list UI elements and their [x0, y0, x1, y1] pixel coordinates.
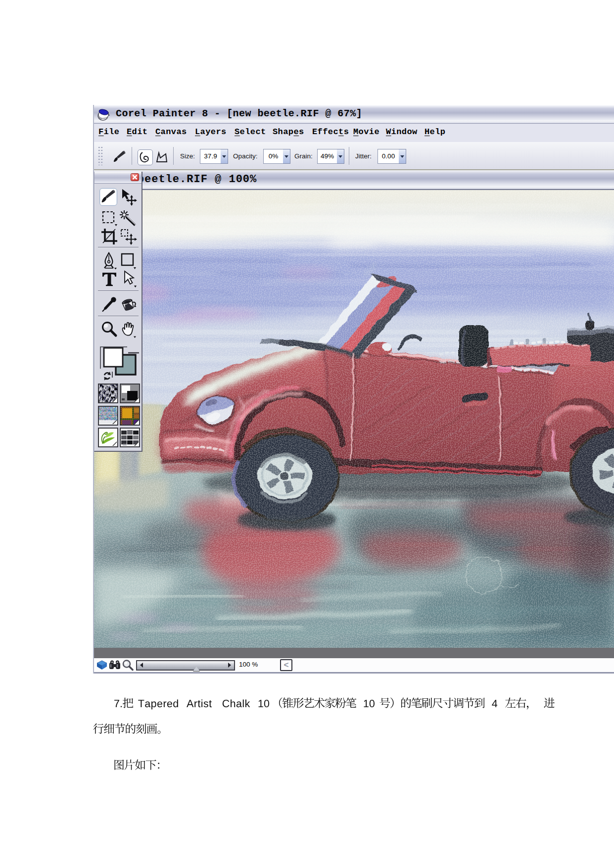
app-titlebar[interactable]: Corel Painter 8 - [new beetle.RIF @ 67%] [93, 105, 614, 124]
drawing-mode-icon[interactable] [96, 660, 108, 672]
toolbox-separator [98, 316, 139, 316]
zoom-slider-left-arrow[interactable] [138, 663, 143, 668]
menu-edit[interactable]: Edit [127, 127, 147, 137]
canvas-workspace-gap [94, 648, 614, 658]
opacity-input[interactable]: 0% [263, 149, 283, 164]
menu-file[interactable]: File [98, 127, 119, 137]
pattern-selector[interactable] [98, 406, 118, 426]
zoom-tool-icon[interactable] [122, 659, 134, 673]
nozzle-selector[interactable] [98, 428, 118, 447]
swatch-corner-fold [135, 442, 139, 446]
beetle-chalk-painting [94, 190, 614, 648]
menu-canvas[interactable]: Canvas [155, 127, 187, 137]
size-dropdown-button[interactable] [221, 149, 228, 164]
caption-line [115, 760, 160, 770]
swatch-corner-fold [135, 398, 139, 402]
grain-label: Grain: [294, 152, 313, 160]
paragraph-line2 [93, 723, 160, 734]
toolbar-grip-handle[interactable] [98, 146, 103, 165]
paragraph-line1 [114, 698, 555, 710]
jitter-dropdown-button[interactable] [399, 149, 406, 164]
menu-effects[interactable]: Effects [312, 127, 349, 137]
jitter-input[interactable]: 0.00 [378, 149, 399, 164]
tool-rectangular-shape[interactable] [119, 252, 137, 270]
toolbar-separator [173, 147, 174, 165]
menu-layers[interactable]: Layers [195, 127, 227, 137]
toolbox-separator [98, 247, 139, 247]
size-input[interactable]: 37.9 [200, 149, 221, 164]
straight-line-strokes-button[interactable] [154, 151, 169, 167]
opacity-label: Opacity: [233, 152, 258, 160]
tool-crop[interactable] [100, 228, 118, 245]
primary-color-swatch [104, 348, 123, 367]
paper-selector[interactable] [98, 384, 118, 403]
swatch-corner-fold [113, 398, 117, 402]
tool-magnifier[interactable] [100, 321, 118, 338]
property-bar: Size: 37.9 Opacity: 0% Grain: 49% Jitter… [93, 142, 614, 170]
zoom-slider-thumb[interactable] [193, 663, 200, 671]
menubar: FileEditCanvasLayersSelectShapesEffectsM… [93, 124, 614, 142]
zoom-readout: 100 % [239, 661, 258, 668]
tool-rectangular-selection[interactable] [100, 209, 118, 227]
weave-selector[interactable] [120, 406, 140, 426]
swatch-corner-fold [113, 442, 117, 446]
zoom-slider-right-arrow[interactable] [228, 663, 234, 668]
jitter-label: Jitter: [355, 152, 372, 160]
document-titlebar[interactable]: new beetle.RIF @ 100% [93, 170, 614, 190]
toolbar-separator [132, 147, 132, 165]
painter-app-window: Corel Painter 8 - [new beetle.RIF @ 67%]… [93, 105, 614, 674]
tool-magic-wand[interactable] [119, 209, 137, 227]
tool-selection-adjuster[interactable] [119, 228, 137, 245]
scroll-left-button[interactable]: < [280, 659, 292, 671]
menu-shapes[interactable]: Shapes [273, 127, 304, 137]
size-label: Size: [180, 152, 195, 160]
document-page: { "window": { "title": "Corel Painter 8 … [0, 0, 614, 868]
menu-select[interactable]: Select [235, 127, 266, 137]
toolbox-palette [94, 172, 142, 452]
toolbox-separator [98, 290, 139, 291]
document-text [69, 690, 569, 784]
menu-window[interactable]: Window [386, 127, 418, 137]
tool-brush[interactable] [99, 188, 117, 206]
painter-app-icon [96, 107, 111, 122]
tool-dropper[interactable] [100, 295, 118, 313]
grain-input[interactable]: 49% [317, 149, 337, 164]
current-tool-brush-icon [112, 150, 126, 165]
tool-pen[interactable] [100, 252, 118, 270]
painting-canvas[interactable] [94, 190, 614, 648]
toolbar-separator [349, 147, 349, 165]
zoom-slider[interactable] [136, 660, 235, 671]
look-selector[interactable] [120, 428, 140, 447]
freehand-strokes-button[interactable] [138, 149, 153, 165]
window-bottom-edge [93, 672, 614, 674]
gradient-selector[interactable] [120, 384, 140, 403]
opacity-dropdown-button[interactable] [283, 149, 290, 164]
swatch-corner-fold [113, 420, 117, 425]
menu-movie[interactable]: Movie [353, 127, 379, 137]
grain-dropdown-button[interactable] [337, 149, 344, 164]
toolbox-close-button[interactable] [131, 173, 139, 181]
swatch-corner-fold [135, 420, 139, 425]
find-icon[interactable] [109, 660, 121, 673]
toolbox-titlebar[interactable] [94, 172, 142, 184]
tool-layer-adjuster[interactable] [119, 189, 137, 206]
tool-grabber[interactable] [119, 321, 137, 338]
tool-paint-bucket[interactable] [119, 295, 137, 313]
menu-help[interactable]: Help [425, 127, 445, 137]
tool-shape-selection[interactable] [119, 270, 137, 288]
document-statusbar: 100 % < [94, 658, 614, 672]
color-selector [94, 344, 143, 382]
tool-text[interactable] [100, 270, 118, 288]
window-title: Corel Painter 8 - [new beetle.RIF @ 67%] [116, 108, 362, 119]
